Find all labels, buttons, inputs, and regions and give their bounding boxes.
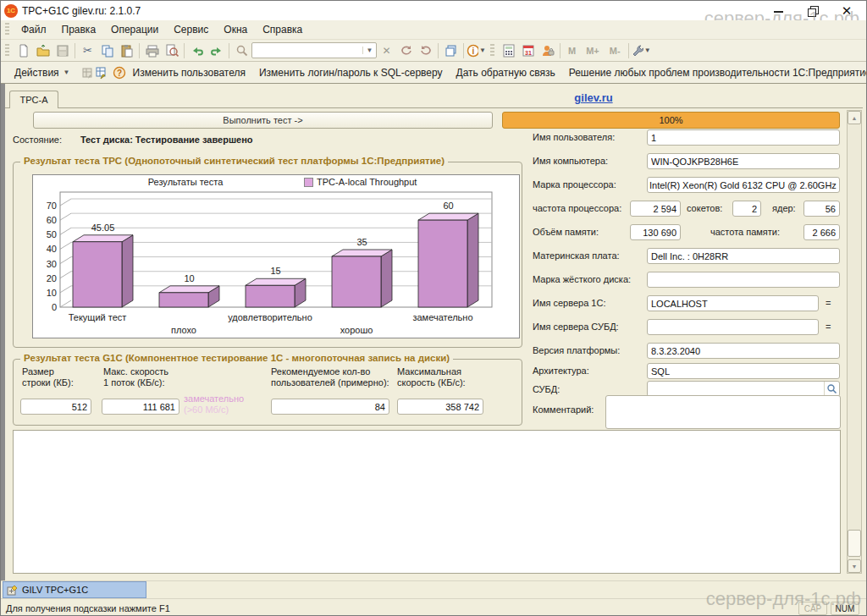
window-title: TPC+G1C gilev.ru: 2.1.0.7 <box>22 5 141 17</box>
open-document-button[interactable] <box>33 41 52 60</box>
chart-title: Результаты теста <box>92 177 279 187</box>
recommended-users-field[interactable] <box>271 399 389 415</box>
disk-model-label: Марка жёсткого диска: <box>533 274 631 284</box>
gilev-site-link[interactable]: gilev.ru <box>526 91 661 104</box>
search-input[interactable]: ▼ <box>251 42 377 58</box>
search-icon[interactable] <box>232 41 251 60</box>
server-dbms-label: Имя сервера СУБД: <box>533 322 619 332</box>
menu-grip[interactable] <box>5 23 9 36</box>
cpu-freq-field[interactable] <box>630 201 681 217</box>
recommended-users-label: Рекомендуемое кол-во пользователей (прим… <box>271 366 389 388</box>
svg-text:?: ? <box>116 69 121 78</box>
menu-operations[interactable]: Операции <box>103 22 166 37</box>
memory-recall-button[interactable]: M <box>563 46 581 56</box>
memory-size-field[interactable] <box>630 224 681 240</box>
performance-help-link[interactable]: Решение любых проблем производительности… <box>562 65 867 80</box>
comment-field[interactable] <box>605 395 841 429</box>
restore-button[interactable] <box>807 5 819 17</box>
print-preview-button[interactable] <box>162 41 181 60</box>
dbms-search-button[interactable] <box>824 382 839 396</box>
memory-subtract-button[interactable]: M- <box>605 46 626 56</box>
settings-dropdown-icon[interactable]: ▼ <box>644 47 651 54</box>
tab-row-divider <box>5 107 863 108</box>
table-export-icon[interactable] <box>80 63 94 82</box>
disk-model-field[interactable] <box>647 272 840 288</box>
server-dbms-field[interactable] <box>647 319 819 335</box>
comment-label: Комментарий: <box>533 404 594 415</box>
menu-windows[interactable]: Окна <box>216 22 255 37</box>
server-1c-field[interactable] <box>647 295 819 311</box>
window-edge <box>1 84 5 580</box>
table-import-icon[interactable] <box>94 63 108 82</box>
svg-text:15: 15 <box>270 266 280 276</box>
menu-help[interactable]: Справка <box>255 22 310 37</box>
search-dropdown-icon[interactable]: ▼ <box>362 47 376 54</box>
cpu-freq-label: частота процессора: <box>533 203 621 213</box>
platform-version-label: Версия платформы: <box>533 345 620 355</box>
actions-menu-button[interactable]: Действия▼ <box>9 65 75 80</box>
svg-text:30: 30 <box>47 259 57 269</box>
toolbar-grip-2[interactable] <box>490 44 494 58</box>
menu-edit[interactable]: Правка <box>54 22 104 37</box>
find-next-button[interactable] <box>396 41 416 60</box>
toolbar-grip[interactable] <box>5 44 9 58</box>
scroll-up-icon[interactable]: ▲ <box>848 111 861 124</box>
computer-name-field[interactable] <box>647 153 840 169</box>
max-speed-1-field[interactable] <box>102 399 179 415</box>
help-icon[interactable]: ? <box>113 63 126 82</box>
info-button[interactable]: i▼ <box>467 41 486 60</box>
cores-field[interactable] <box>803 201 840 217</box>
memory-add-button[interactable]: M+ <box>581 46 605 56</box>
max-speed-field[interactable] <box>397 399 483 415</box>
user-name-label: Имя пользователя: <box>533 132 615 142</box>
scroll-down-icon[interactable]: ▼ <box>848 559 861 573</box>
motherboard-label: Материнская плата: <box>533 250 620 261</box>
motherboard-field[interactable] <box>647 248 840 264</box>
svg-text:0: 0 <box>52 302 57 312</box>
calculator-button[interactable] <box>499 41 518 60</box>
info-dropdown-icon[interactable]: ▼ <box>479 47 486 54</box>
form-scrollbar[interactable]: ▲ ▼ <box>847 110 862 574</box>
paste-button[interactable] <box>117 41 136 60</box>
change-sql-login-link[interactable]: Изменить логин/пароль к SQL-серверу <box>252 65 450 80</box>
scroll-thumb[interactable] <box>848 530 861 557</box>
find-prev-button[interactable] <box>416 41 435 60</box>
platform-version-field[interactable] <box>647 343 840 359</box>
cores-label: ядер: <box>772 203 796 213</box>
redo-button[interactable] <box>207 41 226 60</box>
user-name-field[interactable] <box>647 129 840 146</box>
cut-button[interactable]: ✂ <box>78 41 97 60</box>
menu-file[interactable]: Файл <box>14 22 54 37</box>
new-document-button[interactable] <box>14 41 33 60</box>
sockets-field[interactable] <box>732 201 761 217</box>
run-test-button[interactable]: Выполнить тест -> <box>33 112 493 129</box>
legend-swatch <box>304 178 313 187</box>
results-log-area[interactable] <box>13 430 841 574</box>
clear-search-button[interactable]: ✕ <box>377 41 396 60</box>
save-button[interactable] <box>52 41 72 60</box>
user-permissions-button[interactable] <box>538 41 557 60</box>
cpu-model-field[interactable] <box>647 177 840 193</box>
tab-tpc-a[interactable]: TPC-A <box>9 91 58 108</box>
svg-text:Текущий тест: Текущий тест <box>69 312 127 322</box>
change-user-link[interactable]: Изменить пользователя <box>126 65 252 80</box>
copy-button[interactable] <box>97 41 117 60</box>
close-button[interactable]: ✕ <box>841 5 853 17</box>
row-size-field[interactable] <box>20 399 91 415</box>
app-logo-icon: 1С <box>4 4 18 18</box>
menu-service[interactable]: Сервис <box>166 22 216 37</box>
print-button[interactable] <box>142 41 162 60</box>
architecture-field[interactable] <box>647 363 840 379</box>
minimize-button[interactable] <box>773 5 785 17</box>
status-bar: Для получения подсказки нажмите F1 CAP N… <box>1 598 866 616</box>
windows-list-button[interactable] <box>441 41 461 60</box>
window-tab-gilv[interactable]: GILV TPC+G1C <box>3 581 146 598</box>
feedback-link[interactable]: Дать обратную связь <box>450 65 562 80</box>
window-tab-icon <box>7 585 19 596</box>
calendar-button[interactable]: 31 <box>518 41 538 60</box>
settings-wrench-button[interactable]: ▼ <box>632 41 651 60</box>
chart-plot: 01020304050607045.05Текущий тест10плохо1… <box>35 190 517 338</box>
memory-freq-field[interactable] <box>803 224 840 240</box>
svg-text:35: 35 <box>356 237 367 247</box>
undo-button[interactable] <box>187 41 207 60</box>
